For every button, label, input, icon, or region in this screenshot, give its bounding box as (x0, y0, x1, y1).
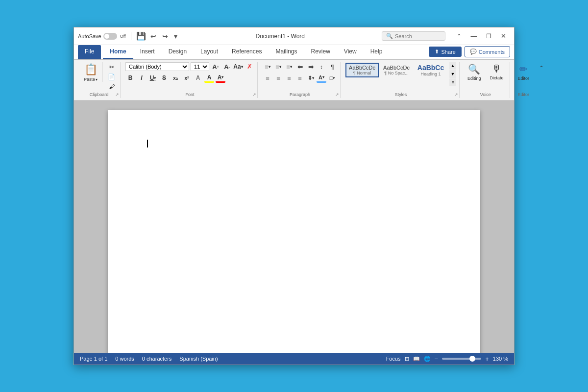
read-mode-icon[interactable]: 📖 (413, 356, 420, 362)
change-case-button[interactable]: Aa▾ (233, 62, 243, 72)
comments-label: Comments (479, 49, 505, 55)
clear-formatting-button[interactable]: ✗ (245, 62, 254, 72)
status-right: Focus ⊞ 📖 🌐 − + 130 % (386, 355, 508, 363)
zoom-level[interactable]: 130 % (493, 356, 508, 362)
quick-access-custom[interactable]: ▾ (172, 32, 179, 40)
tab-design[interactable]: Design (162, 45, 194, 59)
voice-content: 🔍 Editing 🎙 Dictate (465, 62, 507, 91)
ribbon-right-buttons: ⬆ Share 💬 Comments (429, 46, 510, 59)
tab-file[interactable]: File (78, 45, 101, 59)
style-normal-preview-bottom: ¶ Normal (348, 71, 376, 75)
font-dialog-launcher[interactable]: ↗ (252, 92, 256, 97)
font-size-decrease-button[interactable]: A- (222, 62, 232, 72)
character-count: 0 characters (142, 356, 172, 362)
styles-dialog-launcher[interactable]: ↗ (454, 92, 458, 97)
style-heading1-preview-top: AaBbCc (417, 64, 444, 72)
align-left-button[interactable]: ≡ (263, 73, 272, 83)
search-input[interactable] (395, 33, 439, 39)
editor-group: ✏ Editor Editor (512, 62, 536, 98)
zoom-slider[interactable] (442, 358, 481, 360)
font-row-2: B I U▾ S x₂ x² A A A▾ (125, 73, 254, 83)
toggle-knob (104, 34, 109, 39)
paragraph-content: ≡▾ ≡▾ ≡▾ ⇐ ⇒ ↕ ¶ ≡ ≡ ≡ ≡ ⇕▾ A▾ (263, 62, 337, 91)
redo-button[interactable]: ↪ (161, 32, 170, 40)
tab-references[interactable]: References (225, 45, 269, 59)
web-view-icon[interactable]: 🌐 (424, 356, 431, 362)
font-size-select[interactable]: 11 (191, 62, 209, 71)
clipboard-dialog-launcher[interactable]: ↗ (115, 92, 119, 97)
style-no-space-preview-bottom: ¶ No Spac... (383, 71, 410, 75)
font-size-increase-button[interactable]: A+ (211, 62, 220, 72)
zoom-plus-button[interactable]: + (485, 355, 489, 363)
dictate-button[interactable]: 🎙 Dictate (487, 62, 507, 82)
styles-more[interactable]: ≡ (449, 78, 456, 86)
document-area[interactable] (74, 100, 514, 353)
font-label: Font (122, 92, 257, 97)
underline-button[interactable]: U▾ (148, 73, 158, 83)
page-info: Page 1 of 1 (80, 356, 107, 362)
comments-button[interactable]: 💬 Comments (465, 46, 510, 57)
comment-icon: 💬 (470, 49, 477, 55)
align-right-button[interactable]: ≡ (284, 73, 294, 83)
format-painter-button[interactable]: 🖌 (106, 82, 117, 91)
undo-button[interactable]: ↩ (149, 32, 158, 40)
font-color-button[interactable]: A▾ (216, 73, 225, 83)
tab-insert[interactable]: Insert (133, 45, 162, 59)
paste-button[interactable]: 📋 Paste ▾ (81, 62, 100, 82)
paragraph-dialog-launcher[interactable]: ↗ (335, 92, 339, 97)
style-no-space[interactable]: AaBbCcDc ¶ No Spac... (380, 63, 413, 77)
text-highlight-button[interactable]: A (204, 73, 214, 83)
clipboard-label: Clipboard (78, 92, 120, 97)
strikethrough-button[interactable]: S (159, 73, 169, 83)
increase-indent-button[interactable]: ⇒ (306, 62, 316, 72)
editor-button[interactable]: ✏ Editor (515, 62, 533, 82)
minimize-button[interactable]: — (467, 31, 481, 42)
align-center-button[interactable]: ≡ (273, 73, 283, 83)
share-button[interactable]: ⬆ Share (429, 47, 461, 57)
cut-button[interactable]: ✂ Cut (106, 63, 117, 72)
clipboard-content: 📋 Paste ▾ ✂ Cut 📄 🖌 (81, 62, 117, 91)
autosave-toggle[interactable] (103, 33, 117, 40)
multilevel-list-button[interactable]: ≡▾ (284, 62, 294, 72)
copy-button[interactable]: 📄 (106, 73, 117, 81)
tab-view[interactable]: View (337, 45, 364, 59)
editing-button[interactable]: 🔍 Editing (465, 62, 484, 82)
text-cursor (147, 140, 148, 147)
document-page[interactable] (108, 110, 480, 353)
tab-mailings[interactable]: Mailings (269, 45, 304, 59)
style-normal[interactable]: AaBbCcDc ¶ Normal (345, 63, 379, 77)
show-marks-button[interactable]: ¶ (327, 62, 337, 72)
italic-button[interactable]: I (137, 73, 147, 83)
decrease-indent-button[interactable]: ⇐ (295, 62, 305, 72)
shading-button[interactable]: A▾ (317, 73, 326, 83)
restore-button[interactable]: ❐ (482, 31, 495, 42)
styles-scroll-up[interactable]: ▲ (449, 62, 456, 70)
superscript-button[interactable]: x² (182, 73, 192, 83)
style-heading1-preview-bottom: Heading 1 (417, 72, 444, 76)
tab-review[interactable]: Review (304, 45, 337, 59)
text-effects-button[interactable]: A (193, 73, 203, 83)
ribbon-collapse-button[interactable]: ⌃ (537, 64, 546, 73)
numbering-button[interactable]: ≡▾ (273, 62, 283, 72)
search-box[interactable]: 🔍 (382, 31, 445, 41)
subscript-button[interactable]: x₂ (171, 73, 180, 83)
styles-scroll-down[interactable]: ▼ (449, 70, 456, 78)
layout-view-icon[interactable]: ⊞ (405, 356, 409, 362)
bold-button[interactable]: B (125, 73, 135, 83)
focus-mode-button[interactable]: Focus (386, 356, 401, 362)
tab-help[interactable]: Help (364, 45, 390, 59)
style-heading1[interactable]: AaBbCc Heading 1 (414, 62, 447, 78)
justify-button[interactable]: ≡ (295, 73, 305, 83)
font-name-select[interactable]: Calibri (Body) (125, 62, 189, 71)
voice-label: Voice (462, 92, 510, 97)
bullets-button[interactable]: ≡▾ (263, 62, 272, 72)
tab-home[interactable]: Home (103, 45, 133, 59)
zoom-minus-button[interactable]: − (435, 355, 439, 363)
borders-button[interactable]: □▾ (327, 73, 337, 83)
tab-layout[interactable]: Layout (194, 45, 225, 59)
close-button[interactable]: ✕ (496, 31, 510, 42)
sort-button[interactable]: ↕ (317, 62, 326, 72)
save-icon[interactable]: 💾 (136, 31, 146, 41)
collapse-ribbon-button[interactable]: ⌃ (452, 31, 466, 42)
line-spacing-button[interactable]: ⇕▾ (306, 73, 316, 83)
